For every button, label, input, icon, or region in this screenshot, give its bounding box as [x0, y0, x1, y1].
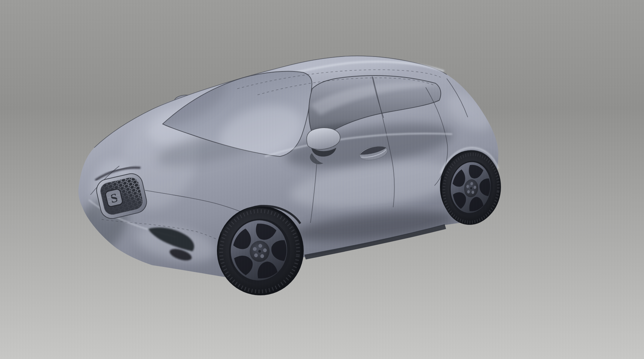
cad-3d-viewport[interactable]: S — [0, 0, 644, 359]
render-canvas[interactable]: S — [0, 0, 644, 359]
brand-badge: S — [105, 189, 123, 207]
